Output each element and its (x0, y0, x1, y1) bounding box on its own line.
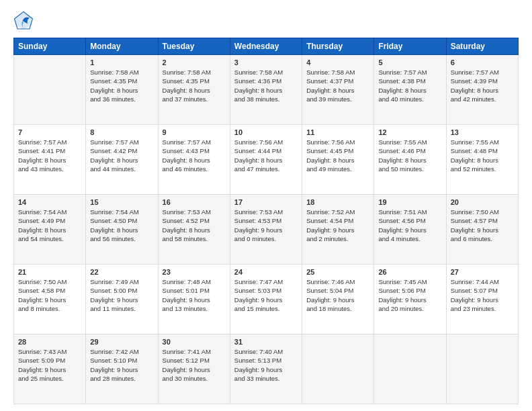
day-info: Sunrise: 7:45 AM Sunset: 5:06 PM Dayligh… (378, 277, 441, 313)
day-number: 7 (18, 128, 81, 136)
day-number: 24 (234, 268, 298, 276)
day-number: 3 (234, 58, 298, 66)
day-number: 19 (378, 198, 441, 206)
day-info: Sunrise: 7:56 AM Sunset: 4:45 PM Dayligh… (306, 138, 369, 173)
day-info: Sunrise: 7:53 AM Sunset: 4:52 PM Dayligh… (163, 208, 226, 243)
calendar-cell: 5Sunrise: 7:57 AM Sunset: 4:38 PM Daylig… (374, 55, 446, 125)
calendar-cell: 10Sunrise: 7:56 AM Sunset: 4:44 PM Dayli… (230, 125, 302, 195)
day-number: 30 (163, 338, 226, 346)
calendar-cell: 14Sunrise: 7:54 AM Sunset: 4:49 PM Dayli… (14, 195, 86, 265)
day-info: Sunrise: 7:57 AM Sunset: 4:41 PM Dayligh… (18, 138, 81, 173)
logo (13, 11, 36, 31)
day-number: 23 (163, 268, 226, 276)
calendar-cell (302, 334, 374, 404)
day-info: Sunrise: 7:42 AM Sunset: 5:10 PM Dayligh… (90, 347, 153, 383)
calendar-cell: 31Sunrise: 7:40 AM Sunset: 5:13 PM Dayli… (230, 334, 302, 404)
calendar-cell (14, 55, 86, 125)
day-number: 12 (378, 128, 441, 136)
calendar-cell (446, 334, 518, 404)
calendar-cell: 17Sunrise: 7:53 AM Sunset: 4:53 PM Dayli… (230, 195, 302, 265)
calendar-cell: 26Sunrise: 7:45 AM Sunset: 5:06 PM Dayli… (374, 265, 446, 334)
calendar-week-4: 28Sunrise: 7:43 AM Sunset: 5:09 PM Dayli… (14, 334, 519, 404)
day-number: 31 (234, 338, 298, 346)
day-info: Sunrise: 7:41 AM Sunset: 5:12 PM Dayligh… (163, 347, 226, 383)
day-number: 17 (234, 198, 298, 206)
day-info: Sunrise: 7:57 AM Sunset: 4:43 PM Dayligh… (163, 138, 226, 173)
day-number: 21 (18, 268, 81, 276)
calendar-week-1: 7Sunrise: 7:57 AM Sunset: 4:41 PM Daylig… (14, 125, 519, 195)
day-info: Sunrise: 7:54 AM Sunset: 4:50 PM Dayligh… (90, 208, 153, 243)
day-header-monday: Monday (86, 38, 158, 55)
calendar-cell: 20Sunrise: 7:50 AM Sunset: 4:57 PM Dayli… (446, 195, 518, 265)
day-info: Sunrise: 7:43 AM Sunset: 5:09 PM Dayligh… (18, 347, 81, 383)
day-number: 18 (306, 198, 369, 206)
day-number: 15 (90, 198, 153, 206)
day-info: Sunrise: 7:51 AM Sunset: 4:56 PM Dayligh… (378, 208, 441, 243)
day-header-tuesday: Tuesday (158, 38, 230, 55)
day-header-sunday: Sunday (14, 38, 86, 55)
calendar-cell: 16Sunrise: 7:53 AM Sunset: 4:52 PM Dayli… (158, 195, 230, 265)
day-number: 26 (378, 268, 441, 276)
day-number: 13 (451, 128, 514, 136)
calendar-cell: 18Sunrise: 7:52 AM Sunset: 4:54 PM Dayli… (302, 195, 374, 265)
day-header-wednesday: Wednesday (230, 38, 302, 55)
day-info: Sunrise: 7:58 AM Sunset: 4:35 PM Dayligh… (163, 68, 226, 103)
day-info: Sunrise: 7:50 AM Sunset: 4:58 PM Dayligh… (18, 277, 81, 313)
calendar-cell: 28Sunrise: 7:43 AM Sunset: 5:09 PM Dayli… (14, 334, 86, 404)
day-info: Sunrise: 7:53 AM Sunset: 4:53 PM Dayligh… (234, 208, 298, 243)
day-info: Sunrise: 7:50 AM Sunset: 4:57 PM Dayligh… (451, 208, 514, 243)
calendar-cell: 7Sunrise: 7:57 AM Sunset: 4:41 PM Daylig… (14, 125, 86, 195)
day-number: 25 (306, 268, 369, 276)
day-info: Sunrise: 7:40 AM Sunset: 5:13 PM Dayligh… (234, 347, 298, 383)
calendar-cell: 15Sunrise: 7:54 AM Sunset: 4:50 PM Dayli… (86, 195, 158, 265)
calendar-cell: 29Sunrise: 7:42 AM Sunset: 5:10 PM Dayli… (86, 334, 158, 404)
calendar-cell: 25Sunrise: 7:46 AM Sunset: 5:04 PM Dayli… (302, 265, 374, 334)
day-info: Sunrise: 7:58 AM Sunset: 4:35 PM Dayligh… (90, 68, 153, 103)
day-header-saturday: Saturday (446, 38, 518, 55)
day-number: 8 (90, 128, 153, 136)
calendar-week-0: 1Sunrise: 7:58 AM Sunset: 4:35 PM Daylig… (14, 55, 519, 125)
header (13, 11, 519, 31)
calendar-week-3: 21Sunrise: 7:50 AM Sunset: 4:58 PM Dayli… (14, 265, 519, 334)
calendar-cell: 27Sunrise: 7:44 AM Sunset: 5:07 PM Dayli… (446, 265, 518, 334)
day-info: Sunrise: 7:58 AM Sunset: 4:37 PM Dayligh… (306, 68, 369, 103)
day-number: 2 (163, 58, 226, 66)
day-header-thursday: Thursday (302, 38, 374, 55)
day-number: 11 (306, 128, 369, 136)
day-info: Sunrise: 7:48 AM Sunset: 5:01 PM Dayligh… (163, 277, 226, 313)
calendar-cell: 12Sunrise: 7:55 AM Sunset: 4:46 PM Dayli… (374, 125, 446, 195)
calendar-cell: 13Sunrise: 7:55 AM Sunset: 4:48 PM Dayli… (446, 125, 518, 195)
day-number: 16 (163, 198, 226, 206)
day-header-friday: Friday (374, 38, 446, 55)
day-number: 20 (451, 198, 514, 206)
day-number: 14 (18, 198, 81, 206)
day-info: Sunrise: 7:56 AM Sunset: 4:44 PM Dayligh… (234, 138, 298, 173)
day-number: 27 (451, 268, 514, 276)
calendar-cell: 21Sunrise: 7:50 AM Sunset: 4:58 PM Dayli… (14, 265, 86, 334)
calendar-cell (374, 334, 446, 404)
calendar-cell: 19Sunrise: 7:51 AM Sunset: 4:56 PM Dayli… (374, 195, 446, 265)
calendar-cell: 11Sunrise: 7:56 AM Sunset: 4:45 PM Dayli… (302, 125, 374, 195)
day-number: 28 (18, 338, 81, 346)
day-info: Sunrise: 7:44 AM Sunset: 5:07 PM Dayligh… (451, 277, 514, 313)
day-number: 10 (234, 128, 298, 136)
calendar-cell: 22Sunrise: 7:49 AM Sunset: 5:00 PM Dayli… (86, 265, 158, 334)
calendar-cell: 30Sunrise: 7:41 AM Sunset: 5:12 PM Dayli… (158, 334, 230, 404)
day-number: 6 (451, 58, 514, 66)
day-info: Sunrise: 7:57 AM Sunset: 4:42 PM Dayligh… (90, 138, 153, 173)
logo-icon (13, 11, 34, 31)
day-number: 9 (163, 128, 226, 136)
calendar-cell: 6Sunrise: 7:57 AM Sunset: 4:39 PM Daylig… (446, 55, 518, 125)
calendar-cell: 8Sunrise: 7:57 AM Sunset: 4:42 PM Daylig… (86, 125, 158, 195)
calendar-cell: 4Sunrise: 7:58 AM Sunset: 4:37 PM Daylig… (302, 55, 374, 125)
calendar-cell: 1Sunrise: 7:58 AM Sunset: 4:35 PM Daylig… (86, 55, 158, 125)
day-number: 5 (378, 58, 441, 66)
day-info: Sunrise: 7:46 AM Sunset: 5:04 PM Dayligh… (306, 277, 369, 313)
day-number: 1 (90, 58, 153, 66)
day-number: 22 (90, 268, 153, 276)
calendar-cell: 9Sunrise: 7:57 AM Sunset: 4:43 PM Daylig… (158, 125, 230, 195)
calendar-cell: 3Sunrise: 7:58 AM Sunset: 4:36 PM Daylig… (230, 55, 302, 125)
day-info: Sunrise: 7:49 AM Sunset: 5:00 PM Dayligh… (90, 277, 153, 313)
calendar-cell: 24Sunrise: 7:47 AM Sunset: 5:03 PM Dayli… (230, 265, 302, 334)
day-info: Sunrise: 7:57 AM Sunset: 4:39 PM Dayligh… (451, 68, 514, 103)
